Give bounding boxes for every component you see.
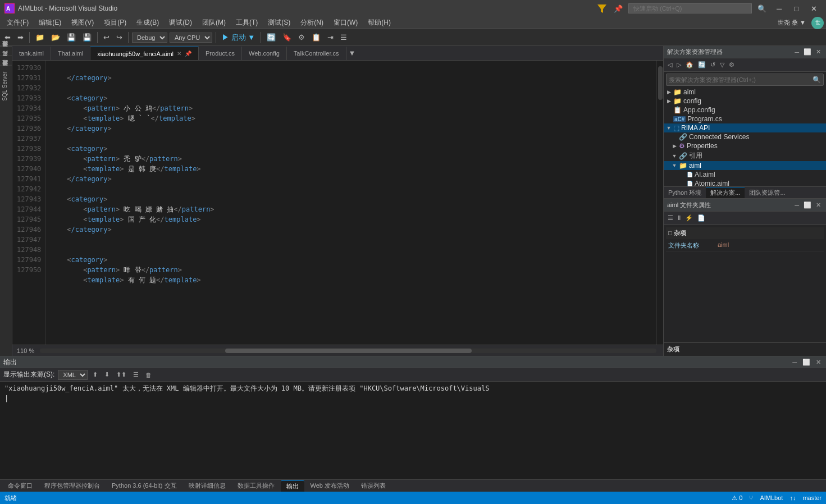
tab-that-aiml[interactable]: That.aiml (51, 47, 90, 60)
tb-undo[interactable]: ↩ (101, 32, 112, 43)
tab-data-tools[interactable]: 数据工具操作 (232, 480, 280, 491)
sol-sync-btn[interactable]: 🔄 (696, 61, 708, 69)
sol-home-btn[interactable]: 🏠 (684, 61, 695, 69)
menu-view[interactable]: 视图(V) (67, 17, 98, 29)
tab-xiaohuangji-aiml[interactable]: xiaohuangji50w_fenciA.aiml ✕ 📌 (90, 47, 199, 60)
tree-item-ai-aiml[interactable]: 📄 AI.aiml (664, 170, 826, 179)
prop-close-btn[interactable]: ✕ (814, 201, 823, 209)
tab-talkcontroller-cs[interactable]: TalkController.cs (287, 47, 346, 60)
tree-item-references[interactable]: ▼ 🔗 引用 (664, 150, 826, 161)
tb-misc2[interactable]: 📋 (309, 32, 323, 43)
panel-collapse-btn[interactable]: ─ (793, 48, 801, 56)
menu-window[interactable]: 窗口(W) (329, 17, 362, 29)
output-source-select[interactable]: XML (58, 370, 88, 380)
sol-back-btn[interactable]: ◁ (666, 61, 674, 69)
tab-python-interactive[interactable]: Python 3.6 (64-bit) 交互 (106, 480, 182, 491)
prop-categories-btn[interactable]: ☰ (666, 214, 675, 222)
tab-error-list[interactable]: 错误列表 (355, 480, 391, 491)
panel-close-btn[interactable]: ✕ (814, 48, 823, 56)
tree-item-config[interactable]: ▶ 📁 config (664, 97, 826, 106)
menu-analyze[interactable]: 分析(N) (296, 17, 328, 29)
pin-btn[interactable]: 📌 (611, 3, 625, 14)
menu-build[interactable]: 生成(B) (132, 17, 163, 29)
tb-misc3[interactable]: ⇥ (325, 32, 336, 43)
tree-item-connected-services[interactable]: 🔗 Connected Services (664, 132, 826, 141)
prop-pages-btn[interactable]: 📄 (696, 214, 707, 222)
tb-misc1[interactable]: ⚙ (296, 32, 307, 43)
tb-forward-btn[interactable]: ➡ (15, 32, 26, 43)
output-clear-btn[interactable]: 🗑 (144, 371, 153, 379)
user-label[interactable]: 世尧 桑 ▼ (778, 19, 810, 27)
tab-pin-icon[interactable]: 📌 (185, 51, 191, 57)
sol-forward-btn[interactable]: ▷ (675, 61, 683, 69)
sol-refresh-btn[interactable]: ↺ (709, 61, 717, 69)
sidebar-tab-toolbox[interactable]: 工具箱 (0, 56, 12, 65)
menu-debug[interactable]: 调试(D) (165, 17, 197, 29)
menu-team[interactable]: 团队(M) (198, 17, 230, 29)
output-btn3[interactable]: ⬆⬆ (115, 370, 128, 379)
solution-tab[interactable]: 解决方案... (706, 187, 745, 198)
search-icon-btn[interactable]: 🔍 (755, 3, 769, 14)
solution-search-input[interactable] (669, 76, 810, 83)
start-button[interactable]: ▶ 启动 ▼ (220, 31, 257, 44)
output-btn4[interactable]: ☰ (131, 370, 140, 379)
debug-mode-select[interactable]: Debug (132, 33, 167, 43)
tb-new-project[interactable]: 📁 (33, 32, 47, 43)
tb-misc4[interactable]: ☰ (338, 32, 349, 43)
tab-output[interactable]: 输出 (281, 480, 304, 492)
output-btn2[interactable]: ⬇ (103, 370, 111, 379)
tab-web-config[interactable]: Web.config (242, 47, 287, 60)
output-btn1[interactable]: ⬆ (91, 370, 99, 379)
sol-filter-btn[interactable]: ▽ (718, 61, 726, 69)
menu-file[interactable]: 文件(F) (2, 17, 33, 29)
python-env-tab[interactable]: Python 环境 (664, 187, 706, 198)
tab-overflow-btn[interactable]: ▼ (346, 49, 358, 57)
output-close-btn[interactable]: ✕ (814, 358, 823, 366)
tb-save-all[interactable]: 💾 (80, 32, 94, 43)
close-button[interactable]: ✕ (806, 0, 822, 17)
panel-float-btn[interactable]: ⬜ (802, 48, 813, 56)
output-collapse-btn[interactable]: ─ (791, 358, 798, 366)
tree-item-aiml-folder[interactable]: ▼ 📁 aiml (664, 161, 826, 170)
sol-settings-btn[interactable]: ⚙ (727, 61, 736, 69)
tb-open[interactable]: 📂 (49, 32, 62, 43)
tb-bookmark[interactable]: 🔖 (280, 32, 294, 43)
tab-package-manager[interactable]: 程序包管理器控制台 (39, 480, 106, 491)
output-float-btn[interactable]: ⬜ (801, 358, 812, 366)
tree-item-appconfig[interactable]: 📋 App.config (664, 106, 826, 114)
tree-item-aiml[interactable]: ▶ 📁 aiml (664, 88, 826, 97)
tree-item-rima-api[interactable]: ▼ ⬚ RIMA API (664, 123, 826, 132)
tab-product-cs[interactable]: Product.cs (199, 47, 242, 60)
tab-tank-aiml[interactable]: tank.aiml (12, 47, 51, 60)
tree-item-atomic-aiml[interactable]: 📄 Atomic.aiml (664, 179, 826, 186)
code-content[interactable]: </category> <category> <pattern> 小 公 鸡</… (46, 61, 656, 345)
prop-sort-btn[interactable]: Ⅱ (676, 214, 682, 222)
sidebar-tab-sql-server[interactable]: SQL Server 对象资源管理器 (0, 65, 12, 106)
prop-float-btn[interactable]: ⬜ (802, 201, 813, 209)
menu-project[interactable]: 项目(P) (99, 17, 131, 29)
tree-item-properties[interactable]: ▶ ⚙ Properties (664, 141, 826, 150)
menu-test[interactable]: 测试(S) (263, 17, 295, 29)
quick-launch-input[interactable] (628, 3, 752, 13)
tb-save[interactable]: 💾 (65, 32, 78, 43)
horizontal-scrollbar[interactable] (40, 349, 656, 353)
menu-edit[interactable]: 编辑(E) (34, 17, 66, 29)
tab-map-details[interactable]: 映射详细信息 (183, 480, 231, 491)
cpu-select[interactable]: Any CPU (170, 33, 212, 43)
tree-item-programcs[interactable]: aC# Program.cs (664, 114, 826, 123)
prop-collapse-btn[interactable]: ─ (793, 201, 801, 209)
tab-command-window[interactable]: 命令窗口 (2, 480, 38, 491)
tb-back-btn[interactable]: ⬅ (2, 32, 13, 43)
maximize-button[interactable]: □ (790, 0, 803, 17)
sidebar-tab-server-explorer[interactable]: 服务器资源管理器 (0, 46, 12, 56)
menu-help[interactable]: 帮助(H) (363, 17, 395, 29)
team-tab[interactable]: 团队资源管... (745, 187, 790, 198)
tb-refresh[interactable]: 🔄 (264, 32, 278, 43)
menu-tools[interactable]: 工具(T) (231, 17, 262, 29)
prop-events-btn[interactable]: ⚡ (683, 214, 695, 222)
editor-scrollbar[interactable] (656, 61, 663, 345)
tab-close-icon[interactable]: ✕ (177, 51, 181, 57)
tab-web-publish[interactable]: Web 发布活动 (305, 480, 355, 491)
tb-redo[interactable]: ↪ (114, 32, 125, 43)
minimize-button[interactable]: ─ (772, 0, 786, 17)
